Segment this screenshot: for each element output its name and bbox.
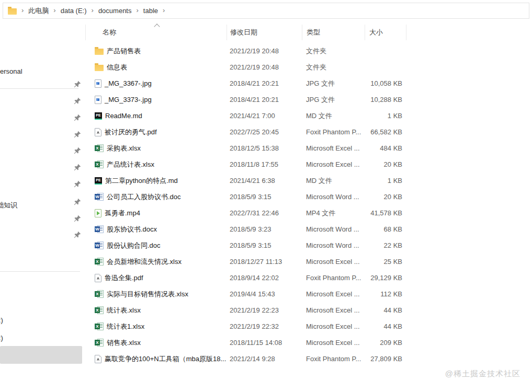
table-row[interactable]: 产品销售表2021/2/19 20:48文件夹 [85,43,406,59]
file-date: 2021/2/19 22:32 [227,322,302,330]
file-type: Microsoft Excel ... [302,258,365,266]
file-date: 2018/11/15 14:08 [227,339,302,347]
file-name: 统计表1.xlsx [107,322,144,331]
sidebar-item-knowledge[interactable]: 础知识 [0,201,17,210]
table-row[interactable]: 孤勇者.mp42022/7/31 22:46MP4 文件41,578 KB [85,205,406,221]
chevron-right-icon: › [21,7,24,14]
file-type: 文件夹 [302,47,365,56]
file-size: 10,058 KB [365,79,406,87]
table-row[interactable]: X采购表.xlsx2018/12/5 15:38Microsoft Excel … [85,140,406,156]
column-header-date[interactable]: 修改日期 [227,25,302,40]
file-name-cell: PEReadMe.md [85,112,227,120]
file-name-cell: X产品统计表.xlsx [85,160,227,169]
folder-icon [95,65,104,71]
folder-icon [95,49,104,55]
file-name-cell: PE第二章python的特点.md [85,176,227,186]
file-type: Foxit Phantom P... [302,274,365,282]
table-row[interactable]: 鲁迅全集.pdf2018/9/14 22:02Foxit Phantom P..… [85,270,406,286]
file-date: 2018/4/21 20:21 [227,79,302,87]
pin-icon[interactable] [74,131,81,138]
file-date: 2018/9/14 22:02 [227,274,302,282]
sidebar-divider [0,271,80,272]
pin-icon[interactable] [74,198,81,205]
excel-file-icon: X [95,322,104,330]
excel-file-icon: X [95,290,104,298]
breadcrumb-item[interactable]: 此电脑 [28,6,49,16]
pdf-file-icon [95,274,101,282]
table-row[interactable]: X统计表1.xlsx2021/2/19 22:32Microsoft Excel… [85,318,406,335]
address-bar[interactable]: ›此电脑›data (E:)›documents›table› [3,3,529,19]
table-row[interactable]: X统计表.xlsx2021/2/19 22:23Microsoft Excel … [85,302,406,318]
chevron-right-icon: › [136,7,138,14]
pin-icon[interactable] [74,215,81,222]
column-header-size[interactable]: 大小 [365,25,406,40]
breadcrumb: ›此电脑›data (E:)›documents›table› [21,6,165,16]
pin-icon[interactable] [74,97,81,105]
file-size: 20 KB [365,193,406,201]
column-header-type[interactable]: 类型 [302,25,365,40]
file-name: 被讨厌的勇气.pdf [105,128,157,137]
file-type: Microsoft Excel ... [302,306,365,314]
file-date: 2021/2/14 9:28 [227,355,302,363]
table-row[interactable]: 被讨厌的勇气.pdf2022/7/25 20:45Foxit Phantom P… [85,124,406,140]
table-row[interactable]: PEReadMe.md2021/4/21 7:00MD 文件1 KB [85,108,406,124]
file-date: 2018/5/9 3:23 [227,225,302,233]
file-size: 41,578 KB [365,209,406,217]
file-name-cell: W股份认购合同.doc [85,241,227,250]
file-type: Microsoft Excel ... [302,144,365,152]
file-name-cell: X销售表.xlsx [85,338,227,348]
breadcrumb-item[interactable]: documents [98,7,132,15]
file-size: 22 KB [365,241,406,249]
sidebar-item-drive[interactable]: :) [0,316,3,324]
table-row[interactable]: PE第二章python的特点.md2021/4/21 6:38MD 文件1 KB [85,172,406,189]
file-name-cell: W公司员工入股协议书.doc [85,192,227,202]
table-row[interactable]: _MG_3373-.jpg2018/4/21 20:21JPG 文件10,288… [85,91,406,108]
table-row[interactable]: 信息表2021/2/19 20:48文件夹 [85,59,406,75]
file-name-cell: X会员新增和流失情况.xlsx [85,257,227,267]
table-row[interactable]: X销售表.xlsx2018/11/15 14:08Microsoft Excel… [85,335,406,351]
file-date: 2021/2/19 20:48 [227,47,302,55]
jpg-file-icon [95,79,101,88]
excel-file-icon: X [95,160,104,168]
file-date: 2021/2/19 22:23 [227,306,302,314]
pin-icon[interactable] [74,80,81,88]
table-row[interactable]: X实际与目标销售情况表.xlsx2019/4/4 15:43Microsoft … [85,286,406,302]
file-date: 2021/4/21 6:38 [227,177,302,185]
table-row[interactable]: 赢取竞争的100+N工具箱（mba原版18...2021/2/14 9:28Fo… [85,351,406,367]
table-row[interactable]: W公司员工入股协议书.doc2018/5/9 3:15Microsoft Wor… [85,189,406,205]
file-name: 产品销售表 [107,47,141,56]
sidebar-item-personal[interactable]: ersonal [0,67,22,75]
table-row[interactable]: _MG_3367-.jpg2018/4/21 20:21JPG 文件10,058… [85,75,406,91]
table-row[interactable]: W股份认购合同.doc2018/5/9 3:15Microsoft Word .… [85,237,406,253]
sidebar-item-drive[interactable]: :) [0,334,3,342]
word-file-icon: W [95,193,104,201]
file-name-cell: X统计表1.xlsx [85,322,227,331]
breadcrumb-item[interactable]: data (E:) [61,7,87,15]
pin-icon[interactable] [74,231,81,238]
file-name: 赢取竞争的100+N工具箱（mba原版18... [105,354,226,364]
pdf-file-icon [95,355,101,363]
file-explorer-window: ›此电脑›data (E:)›documents›table› ersonal … [0,0,532,392]
file-name: 信息表 [107,63,127,72]
pin-icon[interactable] [74,180,81,188]
file-name: 统计表.xlsx [107,306,141,315]
file-size: 1 KB [365,112,406,120]
file-size: 10,288 KB [365,96,406,103]
sidebar-selected-item[interactable] [0,346,82,364]
breadcrumb-item[interactable]: table [143,7,158,15]
excel-file-icon: X [95,306,104,314]
file-size: 484 KB [365,144,406,152]
pin-icon[interactable] [74,147,81,154]
pin-icon[interactable] [74,114,81,121]
file-date: 2022/7/25 20:45 [227,128,302,136]
file-list: 产品销售表2021/2/19 20:48文件夹信息表2021/2/19 20:4… [85,43,406,367]
file-type: 文件夹 [302,63,365,72]
table-row[interactable]: X产品统计表.xlsx2018/11/8 17:55Microsoft Exce… [85,156,406,172]
pin-icon[interactable] [74,164,81,171]
table-row[interactable]: W股东协议书.docx2018/5/9 3:23Microsoft Word .… [85,221,406,237]
table-row[interactable]: X会员新增和流失情况.xlsx2018/12/27 11:13Microsoft… [85,253,406,270]
file-type: Foxit Phantom P... [302,355,365,363]
file-name: 第二章python的特点.md [105,176,178,186]
chevron-right-icon: › [53,7,55,14]
file-type: Microsoft Word ... [302,225,365,233]
